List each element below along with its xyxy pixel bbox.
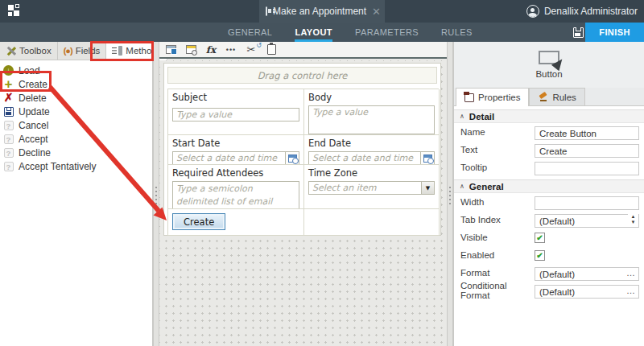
create-button-control[interactable]: Create — [172, 213, 225, 230]
tab-index-stepper[interactable]: ▲ ▼ — [628, 214, 638, 226]
subject-input[interactable] — [172, 108, 299, 122]
method-item-create[interactable]: + Create — [0, 77, 152, 91]
document-tab[interactable]: Make an Appointment ✕ — [259, 0, 385, 23]
save-disk-icon — [4, 107, 14, 117]
cell-start-date[interactable]: Start Date — [168, 135, 304, 165]
cell-end-date[interactable]: End Date — [304, 135, 440, 165]
paste-icon[interactable] — [265, 44, 278, 56]
finish-button[interactable]: FINISH — [585, 23, 644, 42]
spin-up-icon[interactable]: ▲ — [631, 214, 636, 220]
user-menu[interactable]: Denallix Administrator — [526, 0, 638, 23]
method-item-accept[interactable]: ? Accept — [0, 132, 152, 146]
tab-rules[interactable]: RULES — [441, 23, 473, 42]
sidebar-tab-toolbox[interactable]: Toolbox — [0, 42, 58, 60]
format-ellipsis-button[interactable]: … — [626, 267, 636, 279]
drop-zone[interactable]: Drag a control here — [167, 67, 437, 84]
toolbox-icon — [6, 46, 16, 56]
tab-control-rules[interactable]: Rules — [529, 88, 584, 105]
prop-row-tab-index: Tab Index ▲ ▼ — [454, 211, 644, 229]
conditional-format-field[interactable] — [535, 285, 639, 299]
visible-label: Visible — [460, 233, 535, 242]
method-item-cancel[interactable]: ? Cancel — [0, 118, 152, 132]
timezone-dropdown-button[interactable]: ▼ — [421, 181, 435, 195]
left-sidebar: Toolbox (●) Fields Methods ↓ Load + Crea… — [0, 42, 153, 346]
timezone-input[interactable] — [308, 181, 421, 195]
method-item-delete[interactable]: ✗ Delete — [0, 91, 152, 105]
sidebar-tabs: Toolbox (●) Fields Methods — [0, 42, 152, 60]
close-tab-icon[interactable]: ✕ — [372, 6, 381, 18]
cut-refresh-icon[interactable]: ✂↺ — [245, 44, 258, 56]
method-item-decline[interactable]: ? Decline — [0, 146, 152, 159]
collapse-caret-icon: ∧ — [460, 113, 464, 120]
format-label: Format — [460, 268, 535, 278]
attendees-label: Required Attendees — [172, 167, 299, 179]
tooltip-field[interactable] — [535, 162, 639, 175]
tab-properties[interactable]: Properties — [456, 88, 529, 106]
canvas-grid-area[interactable]: Drag a control here Subject Body Start D… — [159, 60, 447, 346]
method-item-label: Create — [19, 79, 47, 90]
user-name: Denallix Administrator — [544, 6, 638, 17]
cell-attendees[interactable]: Required Attendees — [168, 165, 304, 209]
start-date-picker-button[interactable] — [285, 151, 299, 165]
width-label: Width — [460, 197, 535, 207]
more-options-icon[interactable]: ••• — [225, 44, 237, 56]
enabled-checkbox[interactable]: ✔ — [535, 250, 545, 261]
design-canvas: fx ••• ✂↺ Drag a control here Subject Bo… — [159, 42, 447, 346]
tab-layout[interactable]: LAYOUT — [295, 23, 332, 42]
properties-body: ∧ Detail Name Text Tooltip ∧ General Wid… — [454, 109, 644, 299]
tab-general[interactable]: GENERAL — [228, 23, 272, 42]
method-item-accept-tentatively[interactable]: ? Accept Tentatively — [0, 159, 152, 173]
prop-row-format: Format … — [454, 264, 644, 282]
cell-empty[interactable] — [304, 209, 440, 236]
cell-subject[interactable]: Subject — [168, 89, 304, 135]
methods-list: ↓ Load + Create ✗ Delete Update ? Cancel… — [0, 60, 152, 173]
prop-row-text: Text — [454, 141, 644, 159]
user-avatar-icon — [526, 5, 539, 18]
tab-properties-label: Properties — [478, 93, 520, 102]
view-settings-icon[interactable] — [184, 44, 197, 56]
body-input[interactable] — [308, 105, 435, 134]
conditional-format-ellipsis-button[interactable]: … — [626, 285, 636, 297]
text-field[interactable] — [535, 144, 639, 158]
enabled-label: Enabled — [460, 250, 535, 260]
section-detail[interactable]: ∧ Detail — [454, 109, 644, 123]
save-button[interactable] — [570, 25, 586, 39]
properties-icon — [464, 93, 474, 102]
calendar-icon — [423, 154, 432, 163]
selected-control-header: Button — [454, 42, 644, 88]
method-item-label: Decline — [19, 147, 51, 159]
edit-view-icon[interactable] — [164, 44, 177, 56]
left-splitter[interactable] — [153, 42, 159, 346]
cell-timezone[interactable]: Time Zone ▼ — [304, 165, 440, 209]
name-field[interactable] — [535, 126, 639, 140]
properties-panel: Button Properties Rules ∧ Detail Name Te… — [453, 42, 644, 346]
button-control-icon — [539, 51, 559, 64]
sidebar-tab-fields[interactable]: (●) Fields — [58, 42, 107, 60]
section-general-title: General — [469, 182, 504, 192]
method-item-label: Load — [19, 65, 40, 76]
cell-body[interactable]: Body — [304, 89, 440, 135]
method-item-load[interactable]: ↓ Load — [0, 64, 152, 77]
body-label: Body — [308, 92, 435, 103]
tab-index-field[interactable] — [535, 214, 639, 228]
start-date-input[interactable] — [172, 151, 285, 165]
tab-parameters[interactable]: PARAMETERS — [355, 23, 419, 42]
calendar-icon — [288, 154, 297, 163]
spin-down-icon[interactable]: ▼ — [631, 220, 636, 225]
prop-row-visible: Visible ✔ — [454, 229, 644, 246]
conditional-format-label: Conditional Format — [460, 281, 535, 300]
width-field[interactable] — [535, 196, 639, 210]
section-general[interactable]: ∧ General — [454, 179, 644, 193]
attendees-input[interactable] — [172, 181, 299, 209]
prop-row-width: Width — [454, 193, 644, 211]
visible-checkbox[interactable]: ✔ — [535, 233, 545, 243]
end-date-input[interactable] — [308, 151, 420, 165]
method-item-update[interactable]: Update — [0, 105, 152, 118]
delete-icon: ✗ — [4, 93, 14, 103]
function-icon[interactable]: fx — [204, 44, 217, 56]
end-date-picker-button[interactable] — [420, 151, 435, 165]
format-field[interactable] — [535, 267, 639, 281]
chevron-down-icon: ▼ — [426, 185, 430, 192]
right-splitter[interactable] — [447, 42, 453, 346]
method-item-label: Delete — [19, 93, 47, 104]
